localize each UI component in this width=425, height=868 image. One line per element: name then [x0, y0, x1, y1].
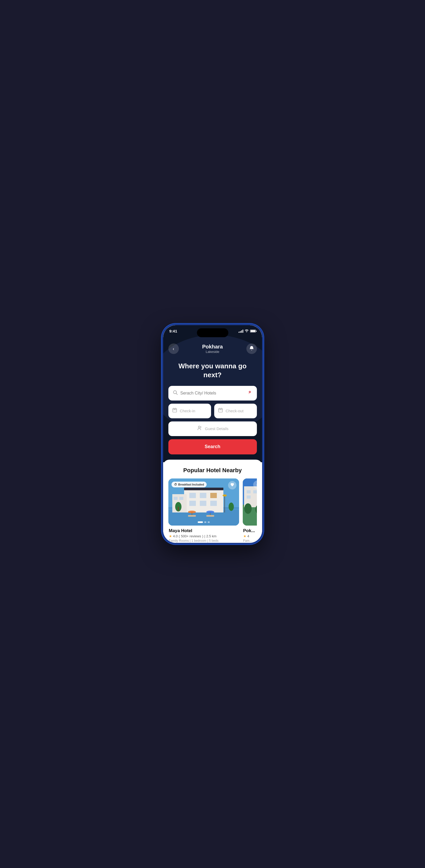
search-icon	[173, 390, 178, 396]
checkin-calendar-icon	[172, 408, 177, 414]
svg-rect-26	[189, 501, 196, 506]
svg-rect-27	[200, 501, 206, 506]
image-dots	[198, 521, 210, 523]
battery-icon	[250, 330, 256, 333]
checkout-label: Check-out	[226, 409, 244, 413]
phone-frame: 9:41	[162, 323, 264, 545]
svg-point-34	[229, 502, 234, 511]
breakfast-badge: ⏱ Breakfast Included	[172, 482, 207, 487]
hotel-room-type-2: Fam...	[243, 539, 257, 542]
svg-rect-40	[188, 515, 196, 517]
hotel-info: Maya Hotel ★ 4.0 (500+ reviews) | 2.5 km…	[168, 526, 239, 543]
star-icon: ★	[169, 534, 172, 538]
checkout-calendar-icon	[218, 408, 223, 414]
wifi-icon	[245, 329, 249, 333]
svg-rect-35	[178, 507, 179, 510]
hotel-rating: 4.0	[173, 534, 178, 538]
svg-point-39	[206, 510, 214, 513]
breakfast-badge-label: Breakfast Included	[178, 483, 204, 486]
svg-rect-29	[184, 488, 223, 490]
hotel-name-partial: Pok...	[243, 528, 257, 533]
signal-icon	[238, 330, 243, 333]
hotel-card: ⏱ Breakfast Included	[168, 478, 239, 543]
svg-rect-28	[210, 501, 217, 506]
hero-section: 9:41	[163, 325, 262, 462]
location-pin-icon	[247, 390, 253, 397]
bell-icon	[249, 346, 254, 352]
back-button[interactable]: ‹	[168, 343, 179, 354]
hotel-card-partial: ○ Pok... ★ 4 Fam... 2 ba... Rs....	[243, 478, 257, 543]
city-search-field[interactable]	[168, 386, 257, 401]
svg-rect-48	[253, 490, 257, 493]
favorite-button[interactable]	[228, 481, 236, 490]
location-name: Pokhara	[202, 344, 223, 350]
dot-2	[204, 521, 206, 523]
svg-rect-23	[189, 493, 196, 498]
separator: |	[204, 534, 205, 538]
hotel-card-image: ⏱ Breakfast Included	[168, 478, 239, 526]
hotel-distance: 2.5 km	[206, 534, 217, 538]
checkin-label: Check-in	[180, 409, 195, 413]
hotel-rating-2: 4	[248, 534, 249, 538]
guest-label: Guest Details	[205, 426, 228, 431]
svg-point-15	[198, 426, 200, 428]
popular-section-title: Popular Hotel Nearby	[168, 467, 257, 474]
status-time: 9:41	[169, 329, 177, 333]
heart-icon-2: ○	[256, 483, 257, 487]
hotel-cards-list: ⏱ Breakfast Included	[168, 478, 257, 543]
hero-title: Where you wanna go next?	[163, 359, 262, 386]
guest-details-field[interactable]: Guest Details	[168, 422, 257, 436]
svg-point-4	[250, 392, 250, 392]
back-arrow-icon: ‹	[173, 346, 174, 351]
clock-icon: ⏱	[174, 483, 177, 486]
heart-icon	[230, 483, 234, 488]
search-button-label: Search	[204, 444, 220, 450]
white-section: Popular Hotel Nearby	[163, 460, 262, 543]
svg-rect-47	[247, 490, 251, 493]
hotel-reviews: (	[179, 534, 180, 538]
search-button[interactable]: Search	[168, 439, 257, 455]
dynamic-island	[197, 328, 228, 337]
dot-1	[198, 521, 203, 523]
svg-line-1	[176, 394, 177, 395]
svg-rect-32	[179, 497, 183, 500]
notification-button[interactable]	[247, 343, 257, 354]
status-icons	[238, 329, 256, 333]
star-icon-2: ★	[243, 534, 247, 538]
checkout-field[interactable]: Check-out	[214, 404, 257, 418]
svg-rect-21	[168, 511, 239, 526]
checkin-field[interactable]: Check-in	[168, 404, 211, 418]
location-info: Pokhara Lakeside	[202, 344, 223, 354]
svg-rect-31	[174, 497, 177, 500]
search-form: Check-in	[168, 386, 257, 455]
guest-icon	[196, 425, 202, 432]
city-search-input[interactable]	[180, 391, 244, 396]
svg-rect-49	[247, 495, 251, 499]
svg-point-43	[223, 494, 227, 497]
date-row: Check-in	[168, 404, 257, 418]
phone-screen: 9:41	[163, 325, 262, 543]
hotel-reviews-count: 500+ reviews	[181, 534, 201, 538]
svg-rect-41	[206, 515, 214, 517]
svg-point-37	[188, 510, 196, 513]
hotel-rating-row-2: ★ 4	[243, 534, 257, 538]
location-subtitle: Lakeside	[205, 350, 219, 354]
hotel-card-image-partial: ○	[243, 478, 257, 526]
svg-rect-25	[210, 493, 217, 498]
hotel-room-type: Family Rooms | 1 bedroom | 5 beds	[169, 539, 238, 542]
hotel-name: Maya Hotel	[169, 528, 238, 533]
dot-3	[208, 521, 210, 523]
svg-rect-24	[200, 493, 206, 498]
hotel-info-partial: Pok... ★ 4 Fam... 2 ba... Rs....	[243, 526, 257, 543]
hotel-rating-row: ★ 4.0 (500+ reviews) | 2.5 km	[169, 534, 238, 538]
svg-point-50	[244, 503, 252, 514]
